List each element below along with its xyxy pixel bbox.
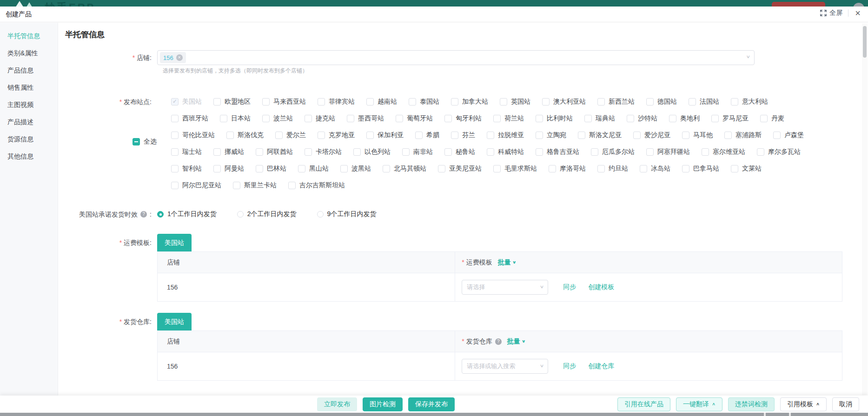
site-checkbox-日本站[interactable]: 日本站	[220, 114, 251, 123]
site-checkbox-沙特站[interactable]: 沙特站	[627, 114, 657, 123]
site-checkbox-泰国站[interactable]: 泰国站	[409, 98, 439, 106]
site-checkbox-波黑站[interactable]: 波黑站	[340, 165, 371, 173]
site-checkbox-哥伦比亚站[interactable]: 哥伦比亚站	[171, 131, 215, 139]
site-checkbox-意大利站[interactable]: 意大利站	[731, 98, 768, 106]
site-checkbox-阿曼站[interactable]: 阿曼站	[213, 165, 244, 173]
site-checkbox-吉尔吉斯斯坦站[interactable]: 吉尔吉斯斯坦站	[288, 181, 345, 190]
site-checkbox-爱沙尼亚[interactable]: 爱沙尼亚	[633, 131, 670, 139]
site-checkbox-以色列站[interactable]: 以色列站	[353, 148, 391, 156]
site-checkbox-格鲁吉亚站[interactable]: 格鲁吉亚站	[536, 148, 579, 156]
site-checkbox-葡萄牙站[interactable]: 葡萄牙站	[396, 114, 433, 123]
site-checkbox-摩洛哥站[interactable]: 摩洛哥站	[549, 165, 586, 173]
site-checkbox-文莱站[interactable]: 文莱站	[731, 165, 762, 173]
footer-button-立即发布[interactable]: 立即发布	[317, 397, 357, 411]
background-avatar[interactable]	[853, 3, 864, 7]
sidebar-item-半托管信息[interactable]: 半托管信息	[0, 27, 58, 45]
site-checkbox-墨西哥站[interactable]: 墨西哥站	[347, 114, 384, 123]
site-checkbox-保加利亚[interactable]: 保加利亚	[366, 131, 404, 139]
site-checkbox-塞浦路斯[interactable]: 塞浦路斯	[724, 131, 762, 139]
site-checkbox-瑞士站[interactable]: 瑞士站	[171, 148, 202, 156]
footer-button-图片检测[interactable]: 图片检测	[363, 397, 403, 411]
warehouse-site-tab[interactable]: 美国站	[157, 313, 192, 330]
site-checkbox-澳大利亚站[interactable]: 澳大利亚站	[542, 98, 586, 106]
shipping-site-tab[interactable]: 美国站	[157, 234, 192, 251]
site-checkbox-巴林站[interactable]: 巴林站	[256, 165, 286, 173]
warehouse-create-link[interactable]: 创建仓库	[588, 362, 614, 370]
site-checkbox-北马其顿站[interactable]: 北马其顿站	[383, 165, 426, 173]
site-checkbox-德国站[interactable]: 德国站	[646, 98, 677, 106]
site-checkbox-卢森堡[interactable]: 卢森堡	[773, 131, 804, 139]
footer-button-违禁词检测[interactable]: 违禁词检测	[728, 397, 775, 411]
site-checkbox-菲律宾站[interactable]: 菲律宾站	[318, 98, 355, 106]
site-checkbox-克罗地亚[interactable]: 克罗地亚	[318, 131, 355, 139]
site-checkbox-斯洛伐克[interactable]: 斯洛伐克	[226, 131, 264, 139]
warehouse-sync-link[interactable]: 同步	[563, 362, 576, 370]
site-checkbox-法国站[interactable]: 法国站	[689, 98, 719, 106]
site-checkbox-立陶宛[interactable]: 立陶宛	[536, 131, 566, 139]
shop-select[interactable]: 156 × ∨	[157, 50, 755, 65]
site-checkbox-捷克站[interactable]: 捷克站	[305, 114, 335, 123]
site-checkbox-斯里兰卡站[interactable]: 斯里兰卡站	[233, 181, 277, 190]
site-checkbox-新西兰站[interactable]: 新西兰站	[597, 98, 635, 106]
sidebar-item-产品信息[interactable]: 产品信息	[0, 62, 58, 79]
delivery-radio-1个工作日内发货[interactable]: 1个工作日内发货	[157, 210, 217, 218]
site-checkbox-智利站[interactable]: 智利站	[171, 165, 202, 173]
fullscreen-button[interactable]: 全屏	[820, 9, 842, 17]
site-checkbox-毛里求斯站[interactable]: 毛里求斯站	[493, 165, 537, 173]
site-checkbox-塞尔维亚站[interactable]: 塞尔维亚站	[702, 148, 745, 156]
site-checkbox-摩尔多瓦站[interactable]: 摩尔多瓦站	[757, 148, 801, 156]
site-checkbox-冰岛站[interactable]: 冰岛站	[640, 165, 670, 173]
site-checkbox-马来西亚站[interactable]: 马来西亚站	[262, 98, 306, 106]
site-checkbox-约旦站[interactable]: 约旦站	[597, 165, 628, 173]
site-checkbox-奥地利[interactable]: 奥地利	[669, 114, 700, 123]
site-checkbox-厄瓜多尔站[interactable]: 厄瓜多尔站	[591, 148, 635, 156]
shipping-template-select[interactable]: 请选择 ∨	[462, 280, 548, 295]
delivery-radio-2个工作日内发货[interactable]: 2个工作日内发货	[237, 210, 297, 218]
site-checkbox-比利时站[interactable]: 比利时站	[536, 114, 573, 123]
shipping-sync-link[interactable]: 同步	[563, 283, 576, 291]
site-checkbox-拉脱维亚[interactable]: 拉脱维亚	[487, 131, 524, 139]
site-checkbox-匈牙利站[interactable]: 匈牙利站	[444, 114, 482, 123]
site-checkbox-马耳他[interactable]: 马耳他	[682, 131, 713, 139]
footer-button-引用模板[interactable]: 引用模板∧	[780, 397, 827, 411]
background-red-button[interactable]	[772, 2, 825, 7]
sidebar-item-其他信息[interactable]: 其他信息	[0, 148, 58, 165]
shipping-batch-link[interactable]: 批量∨	[498, 258, 517, 267]
site-checkbox-卡塔尔站[interactable]: 卡塔尔站	[305, 148, 342, 156]
site-checkbox-挪威站[interactable]: 挪威站	[213, 148, 244, 156]
site-checkbox-希腊[interactable]: 希腊	[415, 131, 439, 139]
site-checkbox-西班牙站[interactable]: 西班牙站	[171, 114, 208, 123]
site-checkbox-罗马尼亚[interactable]: 罗马尼亚	[711, 114, 749, 123]
site-checkbox-瑞典站[interactable]: 瑞典站	[584, 114, 615, 123]
sidebar-item-主图视频[interactable]: 主图视频	[0, 96, 58, 113]
footer-button-取消[interactable]: 取消	[832, 397, 859, 411]
site-checkbox-荷兰站[interactable]: 荷兰站	[493, 114, 524, 123]
sidebar-item-产品描述[interactable]: 产品描述	[0, 113, 58, 131]
scrollbar-thumb[interactable]	[863, 26, 867, 58]
warehouse-select[interactable]: 请选择或输入搜索 ∨	[462, 359, 548, 374]
site-checkbox-阿联酋站[interactable]: 阿联酋站	[256, 148, 293, 156]
footer-button-一键翻译[interactable]: 一键翻译∧	[676, 397, 722, 411]
site-checkbox-欧盟地区[interactable]: 欧盟地区	[213, 98, 251, 106]
site-checkbox-南非站[interactable]: 南非站	[402, 148, 433, 156]
footer-button-保存并发布[interactable]: 保存并发布	[408, 397, 455, 411]
help-icon[interactable]: ?	[495, 338, 502, 345]
shipping-create-template-link[interactable]: 创建模板	[588, 283, 614, 291]
site-checkbox-斯洛文尼亚[interactable]: 斯洛文尼亚	[578, 131, 622, 139]
site-checkbox-越南站[interactable]: 越南站	[366, 98, 397, 106]
sidebar-item-类别&属性[interactable]: 类别&属性	[0, 45, 58, 62]
vertical-scrollbar[interactable]	[862, 23, 868, 395]
sidebar-item-货源信息[interactable]: 货源信息	[0, 131, 58, 148]
footer-button-引用在线产品[interactable]: 引用在线产品	[617, 397, 670, 411]
site-checkbox-秘鲁站[interactable]: 秘鲁站	[444, 148, 475, 156]
select-all-checkbox[interactable]: 全选	[133, 138, 157, 146]
delivery-radio-9个工作日内发货[interactable]: 9个工作日内发货	[317, 210, 377, 218]
site-checkbox-芬兰[interactable]: 芬兰	[451, 131, 475, 139]
help-icon[interactable]: ?	[140, 211, 147, 218]
site-checkbox-英国站[interactable]: 英国站	[500, 98, 530, 106]
site-checkbox-阿尔巴尼亚站[interactable]: 阿尔巴尼亚站	[171, 181, 221, 190]
site-checkbox-加拿大站[interactable]: 加拿大站	[451, 98, 488, 106]
site-checkbox-爱尔兰[interactable]: 爱尔兰	[275, 131, 306, 139]
tag-close-icon[interactable]: ×	[176, 54, 183, 61]
site-checkbox-丹麦[interactable]: 丹麦	[760, 114, 784, 123]
